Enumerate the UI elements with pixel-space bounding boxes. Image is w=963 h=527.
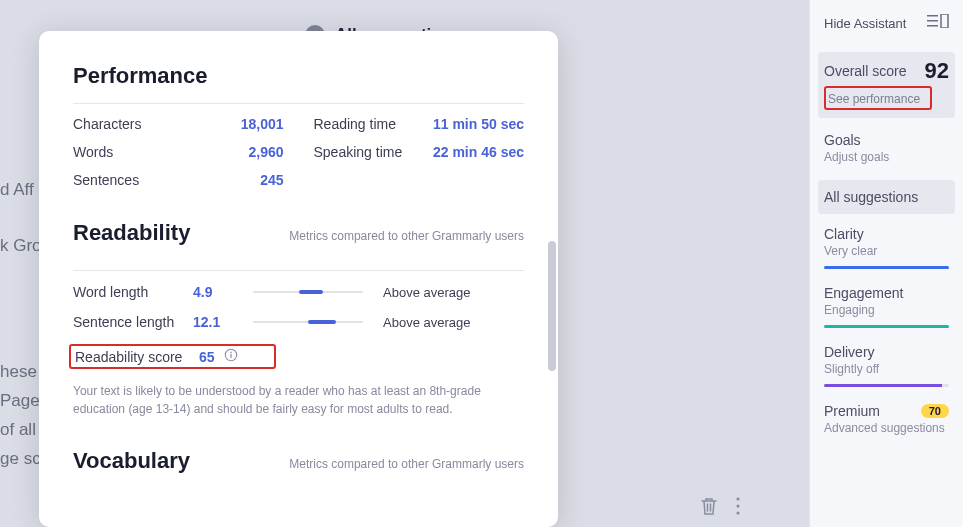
metric-label: Readability score (75, 349, 195, 365)
metric-value: 12.1 (193, 314, 233, 330)
background-text: k Gro (0, 234, 42, 258)
background-text: Page (0, 389, 40, 413)
readability-description: Your text is likely to be understood by … (73, 382, 524, 418)
all-suggestions-tab[interactable]: All suggestions (818, 180, 955, 214)
metric-label: Sentence length (73, 314, 193, 330)
overall-score-label: Overall score (824, 63, 906, 79)
readability-note: Metrics compared to other Grammarly user… (289, 229, 524, 243)
performance-modal: Performance Characters 18,001 Words 2,96… (39, 31, 558, 527)
svg-point-3 (736, 497, 739, 500)
vocabulary-section: Vocabulary Metrics compared to other Gra… (73, 448, 524, 488)
metric-value: 65 (199, 349, 215, 365)
metric-caption: Above average (383, 285, 470, 300)
metric-label: Word length (73, 284, 193, 300)
svg-rect-7 (927, 20, 938, 22)
premium-count-badge: 70 (921, 404, 949, 418)
info-icon[interactable] (224, 348, 238, 362)
trash-icon[interactable] (700, 496, 718, 516)
clarity-bar (824, 266, 949, 269)
more-icon[interactable] (736, 497, 740, 515)
readability-heading: Readability (73, 220, 190, 246)
stat-value: 245 (260, 172, 283, 188)
engagement-bar (824, 325, 949, 328)
goals-sub: Adjust goals (824, 150, 949, 164)
overall-score-block[interactable]: Overall score 92 See performance (818, 52, 955, 118)
performance-stats: Characters 18,001 Words 2,960 Sentences … (73, 103, 524, 194)
delivery-sub: Slightly off (824, 362, 949, 376)
svg-rect-9 (941, 14, 948, 28)
metric-value: 4.9 (193, 284, 233, 300)
readability-score-row: Readability score 65 (73, 337, 524, 376)
background-text: of all (0, 418, 36, 442)
background-text: d Aff (0, 178, 34, 202)
performance-heading: Performance (73, 63, 524, 89)
stat-speaking-time: Speaking time 22 min 46 sec (314, 138, 525, 166)
readability-score-highlight: Readability score 65 (69, 344, 276, 369)
delivery-label: Delivery (824, 344, 949, 360)
overall-score-value: 92 (925, 58, 949, 84)
stat-label: Words (73, 144, 113, 160)
stat-label: Characters (73, 116, 141, 132)
stat-label: Speaking time (314, 144, 403, 160)
stat-value: 2,960 (248, 144, 283, 160)
see-performance-highlight: See performance (824, 86, 932, 110)
readability-section: Readability Metrics compared to other Gr… (73, 220, 524, 418)
stat-words: Words 2,960 (73, 138, 284, 166)
engagement-label: Engagement (824, 285, 949, 301)
premium-label: Premium (824, 403, 880, 419)
sentence-length-slider (253, 320, 363, 324)
stat-value: 11 min 50 sec (433, 116, 524, 132)
background-text: hese (0, 360, 37, 384)
goals-block[interactable]: Goals Adjust goals (818, 128, 955, 174)
delivery-tab[interactable]: Delivery Slightly off (818, 334, 955, 393)
clarity-sub: Very clear (824, 244, 949, 258)
stat-label: Reading time (314, 116, 397, 132)
premium-sub: Advanced suggestions (824, 421, 949, 435)
modal-scrollbar[interactable] (548, 241, 556, 371)
goals-label: Goals (824, 132, 949, 148)
background-text: ge sc (0, 447, 41, 471)
svg-rect-8 (927, 25, 938, 27)
word-length-row: Word length 4.9 Above average (73, 277, 524, 307)
vocabulary-note: Metrics compared to other Grammarly user… (289, 457, 524, 471)
stat-value: 22 min 46 sec (433, 144, 524, 160)
clarity-tab[interactable]: Clarity Very clear (818, 216, 955, 275)
word-length-slider (253, 290, 363, 294)
see-performance-link[interactable]: See performance (828, 92, 920, 106)
stat-sentences: Sentences 245 (73, 166, 284, 194)
assistant-sidebar: Hide Assistant Overall score 92 See perf… (809, 0, 963, 527)
svg-point-4 (736, 504, 739, 507)
premium-tab[interactable]: Premium 70 Advanced suggestions (818, 393, 955, 441)
clarity-label: Clarity (824, 226, 949, 242)
vocabulary-heading: Vocabulary (73, 448, 190, 474)
sentence-length-row: Sentence length 12.1 Above average (73, 307, 524, 337)
view-toggle-icon[interactable] (927, 14, 949, 32)
stat-characters: Characters 18,001 (73, 110, 284, 138)
all-suggestions-label: All suggestions (824, 189, 918, 205)
engagement-tab[interactable]: Engagement Engaging (818, 275, 955, 334)
svg-rect-6 (927, 15, 938, 17)
delivery-bar (824, 384, 949, 387)
hide-assistant-button[interactable]: Hide Assistant (824, 16, 906, 31)
svg-rect-2 (231, 354, 232, 358)
stat-label: Sentences (73, 172, 139, 188)
engagement-sub: Engaging (824, 303, 949, 317)
stat-reading-time: Reading time 11 min 50 sec (314, 110, 525, 138)
stat-value: 18,001 (241, 116, 284, 132)
svg-point-1 (231, 352, 233, 354)
metric-caption: Above average (383, 315, 470, 330)
svg-point-5 (736, 511, 739, 514)
